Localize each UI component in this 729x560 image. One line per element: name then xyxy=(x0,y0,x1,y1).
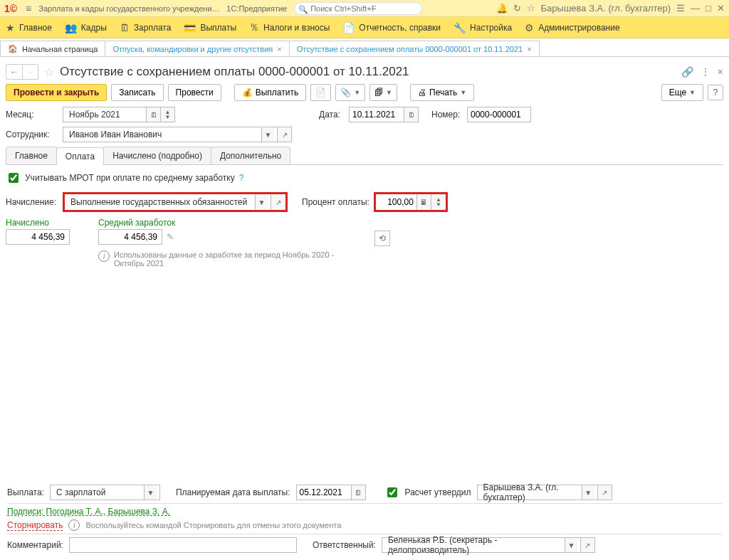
tab-payment[interactable]: Оплата xyxy=(56,147,104,165)
month-calendar-button[interactable]: 🗓 xyxy=(147,107,161,122)
close-tab-icon[interactable]: × xyxy=(527,45,531,53)
menu-main[interactable]: ★Главное xyxy=(6,22,52,33)
employee-field[interactable]: Иванов Иван Иванович▼ xyxy=(63,127,278,142)
tab-accrued-details[interactable]: Начислено (подробно) xyxy=(103,147,211,164)
tab-main[interactable]: Главное xyxy=(6,147,57,164)
comment-label: Комментарий: xyxy=(7,540,63,550)
document-title: Отсутствие с сохранением оплаты 0000-000… xyxy=(60,65,409,79)
signatures-link[interactable]: Подписи: Погодина Т. А., Барышева З. А. xyxy=(7,507,170,517)
mrot-checkbox[interactable] xyxy=(9,173,19,183)
menu-settings[interactable]: 🔧Настройка xyxy=(453,22,512,33)
date-field[interactable] xyxy=(349,107,404,122)
responsible-field[interactable]: Беленькая Р.Б. (секретарь - делопроизвод… xyxy=(382,537,581,553)
accrued-label: Начислено xyxy=(6,218,70,228)
nav-back-button[interactable]: ← xyxy=(6,65,22,79)
chevron-down-icon[interactable]: ▼ xyxy=(144,485,157,500)
mrot-help-icon[interactable]: ? xyxy=(239,173,244,183)
tab-additional[interactable]: Дополнительно xyxy=(211,147,290,164)
edit-avg-icon[interactable]: ✎ xyxy=(167,232,174,242)
current-user[interactable]: Барышева З.А. (гл. бухгалтер) xyxy=(541,3,671,14)
menu-admin[interactable]: ⚙Администрирование xyxy=(525,22,619,33)
accrual-type-field[interactable]: Выполнение государственных обязанностей▼ xyxy=(65,194,271,210)
document-toolbar: Провести и закрыть Записать Провести 💰Вы… xyxy=(6,84,723,101)
close-window-icon[interactable]: ✕ xyxy=(717,3,725,14)
config-title: Зарплата и кадры государственного учрежд… xyxy=(38,4,224,13)
document-footer: Выплата: С зарплатой▼ Планируемая дата в… xyxy=(0,477,729,560)
approver-field[interactable]: Барышева З.А. (гл. бухгалтер)▼ xyxy=(477,485,598,500)
detail-tabs: Главное Оплата Начислено (подробно) Допо… xyxy=(6,147,723,165)
accrual-open-button[interactable]: ↗ xyxy=(271,194,285,210)
approved-checkbox[interactable] xyxy=(387,487,397,497)
menu-salary[interactable]: 🗓Зарплата xyxy=(120,22,172,33)
responsible-open-button[interactable]: ↗ xyxy=(581,537,595,553)
global-search-input[interactable] xyxy=(294,2,422,15)
chevron-down-icon[interactable]: ▼ xyxy=(261,127,274,142)
percent-icon: ％ xyxy=(249,21,259,34)
panel-icon[interactable]: ☰ xyxy=(676,3,685,14)
accrued-field[interactable] xyxy=(6,229,70,245)
history-icon[interactable]: ↻ xyxy=(513,3,521,14)
avg-earnings-field[interactable] xyxy=(98,229,162,245)
approved-label: Расчет утвердил xyxy=(405,487,471,497)
chevron-down-icon[interactable]: ▼ xyxy=(255,194,268,210)
doc-structure-button[interactable]: 📄 xyxy=(310,84,331,101)
info-icon: i xyxy=(68,519,80,531)
planned-date-field[interactable] xyxy=(296,485,352,500)
help-button[interactable]: ? xyxy=(708,85,723,100)
tab-absences-list[interactable]: Отпуска, командировки и другие отсутстви… xyxy=(105,41,289,56)
more-button[interactable]: Еще▼ xyxy=(661,84,703,101)
money-icon: 💰 xyxy=(242,88,253,97)
star-icon[interactable]: ☆ xyxy=(527,3,535,14)
menu-reports[interactable]: 📄Отчетность, справки xyxy=(342,22,441,33)
employee-label: Сотрудник: xyxy=(6,130,58,139)
menu-taxes[interactable]: ％Налоги и взносы xyxy=(249,21,330,34)
employee-open-button[interactable]: ↗ xyxy=(278,127,292,142)
payout-method-field[interactable]: С зарплатой▼ xyxy=(50,485,160,500)
responsible-label: Ответственный: xyxy=(313,540,376,550)
accrual-label: Начисление: xyxy=(6,197,58,207)
menu-personnel[interactable]: 👥Кадры xyxy=(65,22,107,33)
bell-icon[interactable]: 🔔 xyxy=(496,3,508,14)
percent-field[interactable] xyxy=(376,194,417,210)
post-and-close-button[interactable]: Провести и закрыть xyxy=(6,84,107,101)
percent-calc-button[interactable]: 🖩 xyxy=(417,194,431,210)
menu-icon[interactable]: ≡ xyxy=(26,3,31,14)
storno-link[interactable]: Сторнировать xyxy=(7,520,63,531)
planned-date-label: Планируемая дата выплаты: xyxy=(176,487,290,497)
post-button[interactable]: Провести xyxy=(168,84,221,101)
maximize-icon[interactable]: □ xyxy=(706,3,711,14)
minimize-icon[interactable]: — xyxy=(691,3,700,14)
close-tab-icon[interactable]: × xyxy=(277,45,281,53)
avg-earnings-label: Средний заработок xyxy=(98,218,335,228)
comment-field[interactable] xyxy=(69,537,297,553)
date-label: Дата: xyxy=(319,110,345,120)
chevron-down-icon[interactable]: ▼ xyxy=(582,485,594,500)
close-doc-icon[interactable]: × xyxy=(718,66,723,78)
month-spinner-button[interactable]: ▲▼ xyxy=(161,107,175,122)
nav-forward-button[interactable]: → xyxy=(22,65,38,79)
save-button[interactable]: Записать xyxy=(111,84,163,101)
create-based-button[interactable]: 🗐▼ xyxy=(369,84,397,101)
window-title-bar: 1© ≡ Зарплата и кадры государственного у… xyxy=(0,0,729,17)
percent-label: Процент оплаты: xyxy=(302,197,369,207)
tab-absence-doc[interactable]: Отсутствие с сохранением оплаты 0000-000… xyxy=(289,41,540,56)
kebab-menu-icon[interactable]: ⋮ xyxy=(701,66,710,78)
info-icon: i xyxy=(98,250,110,262)
chevron-down-icon[interactable]: ▼ xyxy=(565,538,577,552)
attach-button[interactable]: 📎▼ xyxy=(335,84,365,101)
tab-home[interactable]: 🏠Начальная страница xyxy=(0,41,105,56)
percent-spinner-button[interactable]: ▲▼ xyxy=(431,194,446,210)
payout-label: Выплата: xyxy=(7,487,44,497)
planned-date-calendar-button[interactable]: 🗓 xyxy=(352,485,366,500)
pay-button[interactable]: 💰Выплатить xyxy=(234,84,307,101)
recalc-button[interactable]: ⟲ xyxy=(374,231,390,246)
date-calendar-button[interactable]: 🗓 xyxy=(404,107,419,122)
number-field[interactable] xyxy=(467,107,531,122)
month-field[interactable]: Ноябрь 2021 xyxy=(63,107,147,122)
doc-icon: 📄 xyxy=(342,22,355,33)
print-button[interactable]: 🖨Печать▼ xyxy=(410,84,474,101)
approver-open-button[interactable]: ↗ xyxy=(598,485,612,500)
favorite-star-icon[interactable]: ☆ xyxy=(44,65,54,79)
link-icon[interactable]: 🔗 xyxy=(681,66,693,78)
menu-payments[interactable]: 💳Выплаты xyxy=(184,22,236,33)
